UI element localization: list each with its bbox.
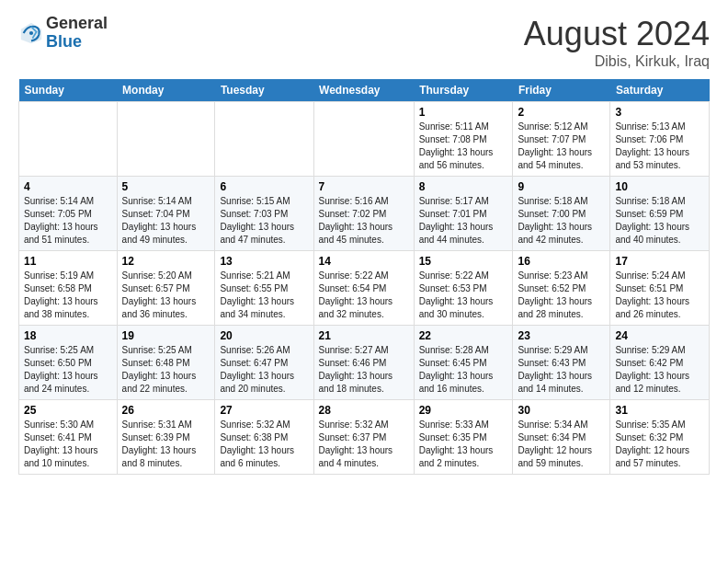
day-info: Sunrise: 5:24 AM Sunset: 6:51 PM Dayligh…	[615, 270, 704, 321]
calendar-cell-w5-d2: 26Sunrise: 5:31 AM Sunset: 6:39 PM Dayli…	[117, 400, 215, 475]
week-row-3: 11Sunrise: 5:19 AM Sunset: 6:58 PM Dayli…	[19, 251, 710, 326]
location-title: Dibis, Kirkuk, Iraq	[524, 53, 710, 70]
day-number: 13	[220, 255, 308, 268]
logo-blue-text: Blue	[46, 32, 82, 51]
calendar-cell-w4-d5: 22Sunrise: 5:28 AM Sunset: 6:45 PM Dayli…	[414, 326, 513, 400]
calendar-cell-w2-d3: 6Sunrise: 5:15 AM Sunset: 7:03 PM Daylig…	[215, 177, 313, 251]
calendar-cell-w5-d3: 27Sunrise: 5:32 AM Sunset: 6:38 PM Dayli…	[215, 400, 313, 475]
calendar-cell-w1-d1	[19, 102, 118, 177]
header-tuesday: Tuesday	[215, 79, 313, 102]
day-info: Sunrise: 5:30 AM Sunset: 6:41 PM Dayligh…	[24, 419, 112, 470]
page: General Blue August 2024 Dibis, Kirkuk, …	[0, 0, 728, 484]
calendar-cell-w1-d4	[313, 102, 414, 177]
day-info: Sunrise: 5:33 AM Sunset: 6:35 PM Dayligh…	[419, 419, 508, 470]
day-number: 11	[24, 255, 112, 268]
day-number: 9	[518, 180, 605, 193]
calendar-cell-w4-d1: 18Sunrise: 5:25 AM Sunset: 6:50 PM Dayli…	[19, 326, 118, 400]
header-monday: Monday	[117, 79, 215, 102]
week-row-4: 18Sunrise: 5:25 AM Sunset: 6:50 PM Dayli…	[19, 326, 710, 400]
calendar-cell-w3-d4: 14Sunrise: 5:22 AM Sunset: 6:54 PM Dayli…	[313, 251, 414, 326]
calendar-cell-w4-d3: 20Sunrise: 5:26 AM Sunset: 6:47 PM Dayli…	[215, 326, 313, 400]
day-number: 17	[615, 255, 704, 268]
day-info: Sunrise: 5:20 AM Sunset: 6:57 PM Dayligh…	[122, 270, 210, 321]
header: General Blue August 2024 Dibis, Kirkuk, …	[18, 15, 710, 70]
day-number: 18	[24, 329, 112, 342]
calendar-cell-w2-d6: 9Sunrise: 5:18 AM Sunset: 7:00 PM Daylig…	[513, 177, 610, 251]
day-number: 15	[419, 255, 508, 268]
calendar-cell-w3-d5: 15Sunrise: 5:22 AM Sunset: 6:53 PM Dayli…	[414, 251, 513, 326]
weekday-header-row: Sunday Monday Tuesday Wednesday Thursday…	[19, 79, 710, 102]
logo-text: General Blue	[46, 15, 108, 52]
svg-point-1	[29, 31, 33, 35]
header-wednesday: Wednesday	[313, 79, 414, 102]
day-number: 7	[319, 180, 409, 193]
day-info: Sunrise: 5:34 AM Sunset: 6:34 PM Dayligh…	[518, 419, 605, 470]
day-info: Sunrise: 5:14 AM Sunset: 7:05 PM Dayligh…	[24, 195, 112, 247]
day-info: Sunrise: 5:29 AM Sunset: 6:42 PM Dayligh…	[615, 344, 704, 396]
month-year-title: August 2024	[524, 15, 710, 53]
calendar-cell-w1-d5: 1Sunrise: 5:11 AM Sunset: 7:08 PM Daylig…	[414, 102, 513, 177]
week-row-2: 4Sunrise: 5:14 AM Sunset: 7:05 PM Daylig…	[19, 177, 710, 251]
calendar-cell-w5-d1: 25Sunrise: 5:30 AM Sunset: 6:41 PM Dayli…	[19, 400, 118, 475]
header-friday: Friday	[513, 79, 610, 102]
calendar-cell-w5-d6: 30Sunrise: 5:34 AM Sunset: 6:34 PM Dayli…	[513, 400, 610, 475]
week-row-1: 1Sunrise: 5:11 AM Sunset: 7:08 PM Daylig…	[19, 102, 710, 177]
calendar-cell-w4-d4: 21Sunrise: 5:27 AM Sunset: 6:46 PM Dayli…	[313, 326, 414, 400]
day-number: 8	[419, 180, 508, 193]
day-number: 6	[220, 180, 308, 193]
day-info: Sunrise: 5:35 AM Sunset: 6:32 PM Dayligh…	[615, 419, 704, 470]
calendar-cell-w2-d4: 7Sunrise: 5:16 AM Sunset: 7:02 PM Daylig…	[313, 177, 414, 251]
header-thursday: Thursday	[414, 79, 513, 102]
calendar-cell-w5-d5: 29Sunrise: 5:33 AM Sunset: 6:35 PM Dayli…	[414, 400, 513, 475]
day-info: Sunrise: 5:14 AM Sunset: 7:04 PM Dayligh…	[122, 195, 210, 247]
calendar-cell-w3-d1: 11Sunrise: 5:19 AM Sunset: 6:58 PM Dayli…	[19, 251, 118, 326]
title-block: August 2024 Dibis, Kirkuk, Iraq	[524, 15, 710, 70]
header-saturday: Saturday	[610, 79, 710, 102]
day-info: Sunrise: 5:21 AM Sunset: 6:55 PM Dayligh…	[220, 270, 308, 321]
day-number: 3	[615, 106, 704, 119]
week-row-5: 25Sunrise: 5:30 AM Sunset: 6:41 PM Dayli…	[19, 400, 710, 475]
day-info: Sunrise: 5:18 AM Sunset: 6:59 PM Dayligh…	[615, 195, 704, 247]
calendar-cell-w3-d6: 16Sunrise: 5:23 AM Sunset: 6:52 PM Dayli…	[513, 251, 610, 326]
day-info: Sunrise: 5:22 AM Sunset: 6:54 PM Dayligh…	[319, 270, 409, 321]
calendar-cell-w2-d7: 10Sunrise: 5:18 AM Sunset: 6:59 PM Dayli…	[610, 177, 710, 251]
day-number: 23	[518, 329, 605, 342]
day-info: Sunrise: 5:28 AM Sunset: 6:45 PM Dayligh…	[419, 344, 508, 396]
logo: General Blue	[18, 15, 108, 52]
day-number: 20	[220, 329, 308, 342]
day-info: Sunrise: 5:18 AM Sunset: 7:00 PM Dayligh…	[518, 195, 605, 247]
calendar-cell-w1-d2	[117, 102, 215, 177]
header-sunday: Sunday	[19, 79, 118, 102]
calendar-cell-w2-d5: 8Sunrise: 5:17 AM Sunset: 7:01 PM Daylig…	[414, 177, 513, 251]
day-info: Sunrise: 5:32 AM Sunset: 6:38 PM Dayligh…	[220, 419, 308, 470]
calendar-cell-w2-d2: 5Sunrise: 5:14 AM Sunset: 7:04 PM Daylig…	[117, 177, 215, 251]
calendar-cell-w4-d2: 19Sunrise: 5:25 AM Sunset: 6:48 PM Dayli…	[117, 326, 215, 400]
day-info: Sunrise: 5:22 AM Sunset: 6:53 PM Dayligh…	[419, 270, 508, 321]
day-info: Sunrise: 5:23 AM Sunset: 6:52 PM Dayligh…	[518, 270, 605, 321]
day-info: Sunrise: 5:17 AM Sunset: 7:01 PM Dayligh…	[419, 195, 508, 247]
day-number: 5	[122, 180, 210, 193]
calendar-cell-w3-d7: 17Sunrise: 5:24 AM Sunset: 6:51 PM Dayli…	[610, 251, 710, 326]
day-info: Sunrise: 5:11 AM Sunset: 7:08 PM Dayligh…	[419, 121, 508, 172]
day-number: 4	[24, 180, 112, 193]
day-number: 22	[419, 329, 508, 342]
day-number: 28	[319, 404, 409, 417]
day-info: Sunrise: 5:31 AM Sunset: 6:39 PM Dayligh…	[122, 419, 210, 470]
calendar-cell-w3-d3: 13Sunrise: 5:21 AM Sunset: 6:55 PM Dayli…	[215, 251, 313, 326]
calendar-cell-w5-d4: 28Sunrise: 5:32 AM Sunset: 6:37 PM Dayli…	[313, 400, 414, 475]
calendar-cell-w4-d6: 23Sunrise: 5:29 AM Sunset: 6:43 PM Dayli…	[513, 326, 610, 400]
logo-general-text: General	[46, 14, 108, 32]
calendar-cell-w3-d2: 12Sunrise: 5:20 AM Sunset: 6:57 PM Dayli…	[117, 251, 215, 326]
day-number: 26	[122, 404, 210, 417]
day-info: Sunrise: 5:29 AM Sunset: 6:43 PM Dayligh…	[518, 344, 605, 396]
day-number: 29	[419, 404, 508, 417]
day-number: 10	[615, 180, 704, 193]
day-info: Sunrise: 5:27 AM Sunset: 6:46 PM Dayligh…	[319, 344, 409, 396]
calendar-cell-w4-d7: 24Sunrise: 5:29 AM Sunset: 6:42 PM Dayli…	[610, 326, 710, 400]
day-number: 16	[518, 255, 605, 268]
day-number: 21	[319, 329, 409, 342]
day-info: Sunrise: 5:32 AM Sunset: 6:37 PM Dayligh…	[319, 419, 409, 470]
day-info: Sunrise: 5:19 AM Sunset: 6:58 PM Dayligh…	[24, 270, 112, 321]
day-info: Sunrise: 5:16 AM Sunset: 7:02 PM Dayligh…	[319, 195, 409, 247]
day-number: 24	[615, 329, 704, 342]
